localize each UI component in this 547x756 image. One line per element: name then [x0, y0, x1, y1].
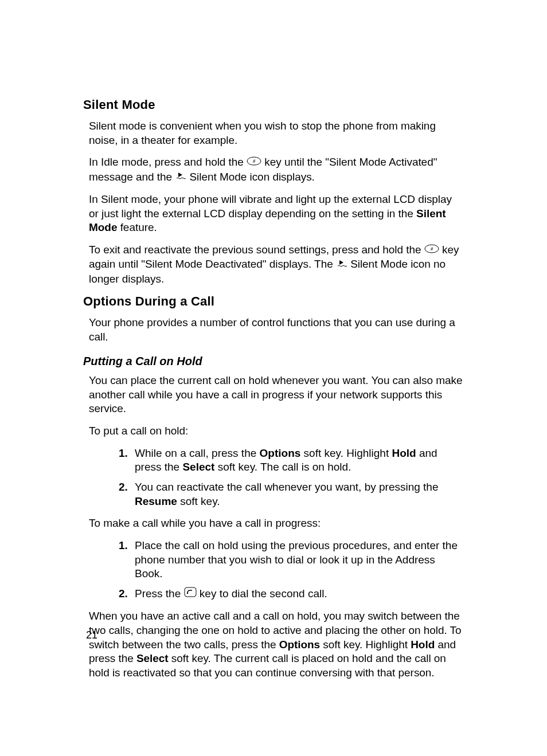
text-fragment: soft key. Highlight [300, 447, 392, 459]
text-fragment: Press the [135, 587, 184, 600]
list-item: Place the call on hold using the previou… [135, 539, 464, 581]
heading-putting-on-hold: Putting a Call on Hold [83, 355, 464, 368]
putting-on-hold-body: You can place the current call on hold w… [89, 374, 464, 680]
text-fragment: Place the call on hold using the previou… [135, 539, 458, 579]
svg-text:#: # [253, 158, 256, 164]
pound-key-icon: # [424, 243, 439, 257]
list-item: While on a call, press the Options soft … [135, 446, 464, 475]
svg-rect-4 [185, 587, 196, 597]
options-during-call-body: Your phone provides a number of control … [89, 316, 464, 344]
hold-p4: When you have an active call and a call … [89, 609, 464, 680]
page-content: Silent Mode Silent mode is convenient wh… [0, 0, 547, 680]
text-fragment: soft key. Highlight [320, 639, 411, 651]
text-bold: Select [136, 652, 169, 664]
silent-mode-p1: Silent mode is convenient when you wish … [89, 119, 464, 147]
text-fragment: soft key. The call is on hold. [214, 461, 351, 473]
options-p1: Your phone provides a number of control … [89, 316, 464, 344]
heading-options-during-call: Options During a Call [83, 294, 464, 309]
heading-silent-mode: Silent Mode [83, 97, 464, 112]
send-key-icon [184, 587, 197, 601]
vibrate-icon [336, 257, 347, 272]
hold-steps-2: Place the call on hold using the previou… [89, 539, 464, 601]
silent-mode-body: Silent mode is convenient when you wish … [89, 119, 464, 286]
page-number: 21 [86, 629, 97, 641]
vibrate-icon [175, 170, 186, 184]
svg-point-5 [186, 593, 187, 594]
hold-steps-1: While on a call, press the Options soft … [89, 446, 464, 509]
text-bold: Hold [392, 447, 416, 459]
text-fragment: While on a call, press the [135, 447, 260, 459]
hold-p1: You can place the current call on hold w… [89, 374, 464, 416]
text-fragment: In Idle mode, press and hold the [89, 156, 247, 168]
hold-p2: To put a call on hold: [89, 424, 464, 438]
list-item: Press the key to dial the second call. [135, 587, 464, 601]
text-fragment: key to dial the second call. [197, 587, 327, 600]
silent-mode-p4: To exit and reactivate the previous soun… [89, 243, 464, 286]
text-bold: Hold [411, 639, 435, 651]
text-fragment: To exit and reactivate the previous soun… [89, 244, 424, 256]
silent-mode-p3: In Silent mode, your phone will vibrate … [89, 193, 464, 235]
text-bold: Options [260, 447, 301, 459]
text-bold: Resume [135, 495, 177, 507]
text-bold: Options [279, 639, 320, 651]
text-fragment: feature. [117, 221, 157, 233]
text-fragment: You can reactivate the call whenever you… [135, 481, 439, 493]
text-fragment: Silent Mode icon displays. [186, 171, 315, 183]
list-item: You can reactivate the call whenever you… [135, 480, 464, 508]
svg-text:#: # [431, 246, 433, 252]
text-fragment: In Silent mode, your phone will vibrate … [89, 193, 452, 220]
silent-mode-p2: In Idle mode, press and hold the # key u… [89, 155, 464, 185]
text-bold: Select [182, 461, 214, 473]
text-fragment: soft key. [177, 495, 220, 507]
pound-key-icon: # [247, 155, 261, 170]
hold-p3: To make a call while you have a call in … [89, 516, 464, 531]
